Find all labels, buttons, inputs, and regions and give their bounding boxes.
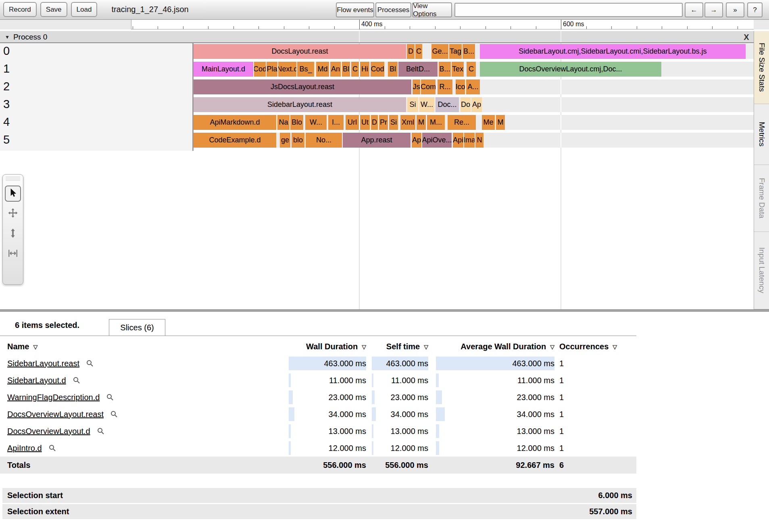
pan-mode-button[interactable] <box>5 206 21 222</box>
trace-slice[interactable]: DocsLayout.reast <box>194 44 406 59</box>
trace-slice[interactable]: ApiMarkdown.d <box>194 115 276 130</box>
trace-slice[interactable]: Hi <box>360 62 369 77</box>
tab-slices[interactable]: Slices (6) <box>109 319 165 336</box>
trace-slice[interactable]: Si <box>407 97 418 112</box>
process-title[interactable]: ▼ Process 0 <box>5 33 47 42</box>
processes-button[interactable]: Processes <box>375 2 411 17</box>
trace-slice[interactable]: ApiOve... <box>422 133 452 148</box>
trace-slice[interactable]: Ut <box>360 115 370 130</box>
trace-slice[interactable]: M... <box>427 115 445 130</box>
trace-slice[interactable]: W... <box>305 115 327 130</box>
side-tab-file-size-stats[interactable]: File Size Stats <box>754 31 769 104</box>
trace-slice[interactable]: Next.d <box>278 62 296 77</box>
collapse-triangle-icon[interactable]: ▼ <box>5 34 10 40</box>
trace-slice[interactable]: Xml <box>400 115 415 130</box>
trace-slice[interactable]: W... <box>419 97 434 112</box>
trace-slice[interactable]: M <box>417 115 426 130</box>
trace-slice[interactable]: Bs_ <box>297 62 314 77</box>
select-mode-button[interactable] <box>5 186 21 202</box>
trace-slice[interactable]: Pla <box>267 62 277 77</box>
timing-mode-button[interactable] <box>5 246 21 262</box>
magnifier-icon[interactable] <box>110 410 118 418</box>
trace-slice[interactable]: blo <box>292 133 304 148</box>
jump-button[interactable]: » <box>726 2 744 17</box>
trace-slice[interactable]: Url <box>346 115 359 130</box>
trace-slice[interactable]: D <box>407 44 415 59</box>
help-button[interactable]: ? <box>747 2 763 17</box>
trace-slice[interactable]: Js <box>413 79 420 94</box>
find-next-button[interactable]: → <box>704 2 723 17</box>
slice-name-link[interactable]: DocsOverviewLayout.d <box>7 427 90 436</box>
trace-slice[interactable]: CodeExample.d <box>194 133 276 148</box>
side-tab-input-latency[interactable]: Input Latency <box>754 232 769 309</box>
trace-slice[interactable]: No... <box>306 133 342 148</box>
trace-slice[interactable]: Ima <box>464 133 475 148</box>
side-tab-frame-data[interactable]: Frame Data <box>754 165 769 232</box>
trace-slice[interactable]: Bl <box>388 62 398 77</box>
slice-name-link[interactable]: WarningFlagDescription.d <box>7 393 100 402</box>
trace-slice[interactable]: JsDocsLayout.reast <box>194 79 411 94</box>
trace-slice[interactable]: Ge... <box>431 44 448 59</box>
trace-slice[interactable]: BeltD... <box>398 62 438 77</box>
slice-name-link[interactable]: SidebarLayout.reast <box>7 359 79 368</box>
trace-slice[interactable]: Api <box>453 133 463 148</box>
trace-slice[interactable]: B... <box>463 44 475 59</box>
save-button[interactable]: Save <box>40 2 67 17</box>
trace-slice[interactable]: Com <box>421 79 436 94</box>
load-button[interactable]: Load <box>71 2 98 17</box>
slice-name-link[interactable]: ApiIntro.d <box>7 444 42 453</box>
trace-slice[interactable]: Md <box>316 62 329 77</box>
column-header-occurrences[interactable]: Occurrences▽ <box>559 340 680 353</box>
trace-slice[interactable]: A... <box>466 79 480 94</box>
trace-slice[interactable]: B... <box>439 62 451 77</box>
palette-drag-handle[interactable] <box>6 177 20 182</box>
trace-slice[interactable]: Me <box>482 115 495 130</box>
search-input[interactable] <box>454 3 683 17</box>
trace-slice[interactable]: C <box>467 62 476 77</box>
trace-slice[interactable]: Do <box>461 97 471 112</box>
magnifier-icon[interactable] <box>73 376 81 384</box>
trace-slice[interactable]: Cod <box>254 62 266 77</box>
trace-slice[interactable]: Blo <box>290 115 303 130</box>
trace-slice[interactable]: R... <box>438 79 452 94</box>
trace-slice[interactable]: Si <box>389 115 398 130</box>
trace-slice[interactable]: ge <box>280 133 290 148</box>
trace-slice[interactable]: Ap <box>412 133 421 148</box>
magnifier-icon[interactable] <box>48 444 56 452</box>
magnifier-icon[interactable] <box>97 427 105 435</box>
trace-slice[interactable]: Doc... <box>436 97 459 112</box>
trace-slice[interactable]: Ico <box>456 79 465 94</box>
trace-slice[interactable]: N <box>475 133 483 148</box>
zoom-mode-button[interactable] <box>5 226 21 242</box>
trace-slice[interactable]: Ap <box>471 97 482 112</box>
trace-slice[interactable]: SidebarLayout.reast <box>194 97 406 112</box>
trace-slice[interactable]: Na <box>277 115 290 130</box>
slice-name-link[interactable]: SidebarLayout.d <box>7 376 66 385</box>
trace-slice[interactable]: Re... <box>448 115 476 130</box>
flow-events-button[interactable]: Flow events <box>336 2 374 17</box>
trace-slice[interactable]: I... <box>328 115 344 130</box>
trace-slice[interactable]: M <box>496 115 505 130</box>
column-header-average-wall-duration[interactable]: Average Wall Duration▽ <box>385 340 554 353</box>
slice-name-link[interactable]: DocsOverviewLayout.reast <box>7 410 104 419</box>
trace-slice[interactable]: DocsOverviewLayout.cmj,Doc... <box>480 62 661 77</box>
trace-slice[interactable]: MainLayout.d <box>194 62 253 77</box>
view-options-button[interactable]: View Options <box>412 2 452 17</box>
trace-slice[interactable]: Cod <box>371 62 384 77</box>
trace-slice[interactable]: C <box>351 62 359 77</box>
trace-slice[interactable]: Pr <box>379 115 388 130</box>
trace-slice[interactable]: An <box>330 62 341 77</box>
trace-slice[interactable]: App.reast <box>343 133 411 148</box>
find-previous-button[interactable]: ← <box>685 2 703 17</box>
trace-slice[interactable]: C <box>415 44 422 59</box>
magnifier-icon[interactable] <box>106 393 114 401</box>
magnifier-icon[interactable] <box>86 359 94 367</box>
trace-slice[interactable]: Bl <box>342 62 350 77</box>
trace-slice[interactable]: SidebarLayout.cmj,SidebarLayout.cmi,Side… <box>480 44 746 59</box>
side-tab-metrics[interactable]: Metrics <box>754 104 769 165</box>
trace-slice[interactable]: Tex <box>452 62 464 77</box>
column-header-name[interactable]: Name▽ <box>7 340 128 353</box>
process-close-button[interactable]: X <box>741 32 752 42</box>
trace-slice[interactable]: Tag <box>449 44 462 59</box>
trace-slice[interactable]: D <box>371 115 378 130</box>
